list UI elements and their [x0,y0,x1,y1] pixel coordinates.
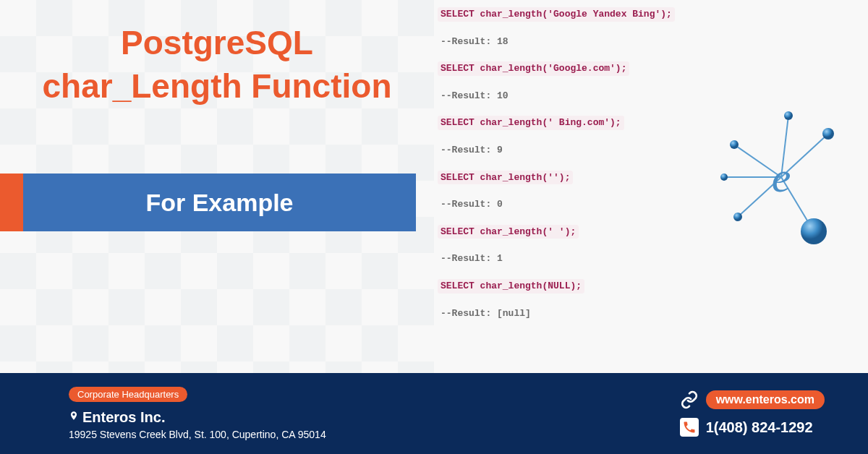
enteros-logo: e [720,105,843,249]
title-line-2: char_Length Function [43,67,392,105]
svg-text:e: e [772,153,791,201]
company-row: Enteros Inc. [69,409,326,426]
phone-text: 1(408) 824-1292 [706,419,813,436]
title-line-1: PostgreSQL [121,24,313,61]
result-line: --Result: 18 [438,35,705,49]
page-title: PostgreSQL char_Length Function [36,22,398,108]
code-line: SELECT char_length('Google Yandex Bing')… [438,7,675,22]
example-banner: For Example [0,174,416,231]
footer-left: Corporate Headquarters Enteros Inc. 1992… [69,387,326,440]
link-icon [680,390,699,409]
website-row[interactable]: www.enteros.com [680,390,825,409]
code-line: SELECT char_length(NULL); [438,279,584,294]
svg-point-10 [733,213,742,221]
code-line: SELECT char_length(' '); [438,225,579,239]
svg-point-7 [784,111,793,120]
svg-point-6 [822,128,834,140]
website-text: www.enteros.com [706,390,825,409]
phone-icon [680,418,699,437]
footer-right: www.enteros.com 1(408) 824-1292 [680,390,825,437]
hq-badge: Corporate Headquarters [69,387,187,402]
company-name: Enteros Inc. [82,409,165,426]
banner-accent [0,174,23,231]
code-line: SELECT char_length('Google.com'); [438,61,629,76]
banner-label: For Example [23,174,416,231]
code-examples: SELECT char_length('Google Yandex Bing')… [438,7,705,333]
result-line: --Result: [null] [438,307,705,321]
svg-point-11 [801,218,827,244]
svg-point-8 [730,140,739,149]
result-line: --Result: 10 [438,89,705,103]
company-address: 19925 Stevens Creek Blvd, St. 100, Cuper… [69,429,326,440]
result-line: --Result: 0 [438,197,705,212]
code-line: SELECT char_length(''); [438,171,573,185]
code-line: SELECT char_length(' Bing.com'); [438,116,624,130]
footer: Corporate Headquarters Enteros Inc. 1992… [0,373,868,454]
result-line: --Result: 9 [438,143,705,158]
map-pin-icon [69,409,79,426]
svg-point-9 [720,174,728,181]
phone-row[interactable]: 1(408) 824-1292 [680,418,825,437]
result-line: --Result: 1 [438,252,705,266]
